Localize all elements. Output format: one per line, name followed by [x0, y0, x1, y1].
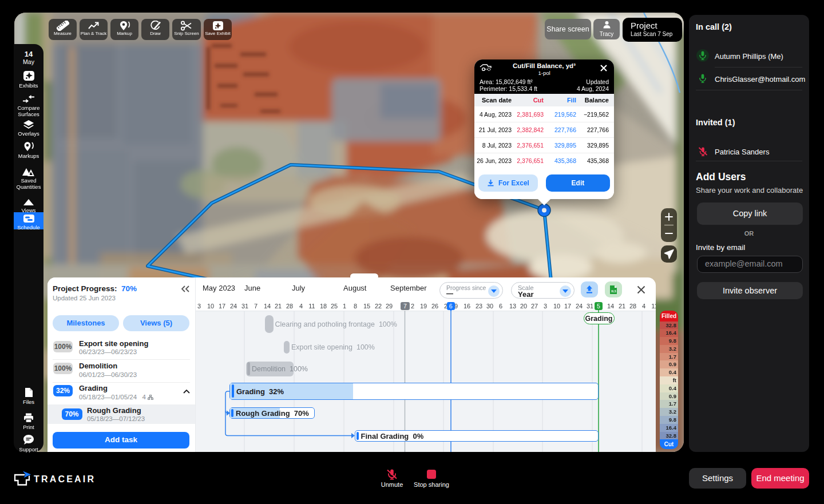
svg-text:XLS: XLS — [611, 290, 616, 293]
